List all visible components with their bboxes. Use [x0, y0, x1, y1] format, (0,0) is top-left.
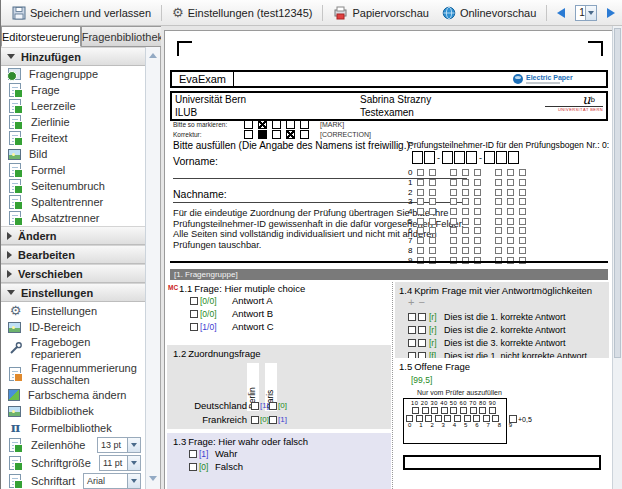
id-checkbox[interactable] — [462, 208, 469, 215]
id-checkbox[interactable] — [462, 227, 469, 234]
id-entry-box[interactable] — [454, 151, 465, 164]
kprim-false-checkbox[interactable] — [418, 326, 426, 334]
id-checkbox[interactable] — [417, 179, 424, 186]
id-checkbox[interactable] — [495, 198, 502, 205]
id-checkbox[interactable] — [429, 237, 436, 244]
id-checkbox[interactable] — [417, 247, 424, 254]
matching-checkbox[interactable] — [251, 402, 259, 410]
add-answer-icon[interactable]: + — [408, 296, 418, 308]
online-preview-button[interactable]: Onlinevorschau — [439, 4, 539, 22]
id-checkbox[interactable] — [450, 169, 457, 176]
sidebar-item[interactable]: Frage — [1, 82, 145, 98]
id-checkbox[interactable] — [429, 218, 436, 225]
id-checkbox[interactable] — [507, 179, 514, 186]
sidebar-item[interactable]: Spaltentrenner — [1, 194, 145, 210]
id-checkbox[interactable] — [495, 208, 502, 215]
id-checkbox[interactable] — [474, 169, 481, 176]
sidebar-item[interactable]: Fragennummerierung ausschalten — [1, 361, 145, 387]
grader-checkbox[interactable] — [492, 415, 499, 422]
grader-checkbox[interactable] — [435, 415, 442, 422]
sidebar-item[interactable]: ID-Bereich — [1, 319, 145, 335]
id-checkbox[interactable] — [507, 237, 514, 244]
id-checkbox[interactable] — [417, 189, 424, 196]
id-checkbox[interactable] — [417, 237, 424, 244]
id-checkbox[interactable] — [462, 189, 469, 196]
id-checkbox[interactable] — [462, 179, 469, 186]
section-header-einstellungen[interactable]: Einstellungen — [1, 283, 145, 302]
id-checkbox[interactable] — [417, 208, 424, 215]
id-checkbox[interactable] — [519, 208, 526, 215]
id-checkbox[interactable] — [495, 169, 502, 176]
scroll-down-icon[interactable] — [149, 476, 157, 481]
id-checkbox[interactable] — [474, 247, 481, 254]
grader-checkbox[interactable] — [460, 407, 467, 414]
sidebar-item[interactable]: Seitenumbruch — [1, 178, 145, 194]
id-checkbox[interactable] — [519, 247, 526, 254]
id-checkbox[interactable] — [507, 208, 514, 215]
id-checkbox[interactable] — [417, 169, 424, 176]
previous-page-button[interactable] — [554, 6, 568, 20]
matching-checkbox[interactable] — [269, 416, 277, 424]
remove-answer-icon[interactable]: − — [418, 296, 428, 308]
sidebar-item[interactable]: Fragengruppe — [1, 66, 145, 82]
id-checkbox[interactable] — [519, 227, 526, 234]
sidebar-item[interactable]: Formel — [1, 162, 145, 178]
id-checkbox[interactable] — [450, 189, 457, 196]
id-checkbox[interactable] — [429, 208, 436, 215]
id-checkbox[interactable] — [507, 227, 514, 234]
id-checkbox[interactable] — [462, 247, 469, 254]
save-and-exit-button[interactable]: Speichern und verlassen — [9, 4, 154, 22]
id-checkbox[interactable] — [519, 218, 526, 225]
sidebar-item[interactable]: Farbschema ändern — [1, 387, 145, 403]
open-answer-box[interactable] — [403, 455, 601, 470]
id-checkbox[interactable] — [474, 189, 481, 196]
id-checkbox[interactable] — [429, 247, 436, 254]
line-height-select[interactable]: 13 pt — [97, 437, 141, 453]
id-checkbox[interactable] — [474, 198, 481, 205]
id-checkbox[interactable] — [495, 247, 502, 254]
section-header-verschieben[interactable]: Verschieben — [1, 264, 145, 283]
id-checkbox[interactable] — [519, 237, 526, 244]
id-checkbox[interactable] — [474, 208, 481, 215]
id-checkbox[interactable] — [450, 198, 457, 205]
tab-fragenbibliothek[interactable]: Fragenbibliothek — [81, 26, 164, 47]
id-checkbox[interactable] — [462, 169, 469, 176]
id-checkbox[interactable] — [507, 169, 514, 176]
sidebar-item[interactable]: Bild — [1, 146, 145, 162]
bonus-checkbox[interactable] — [509, 415, 517, 423]
font-family-select[interactable]: Arial — [83, 473, 141, 489]
grader-checkbox[interactable] — [470, 407, 477, 414]
grader-checkbox[interactable] — [479, 407, 486, 414]
answer-checkbox[interactable] — [190, 323, 198, 331]
kprim-true-checkbox[interactable] — [408, 339, 416, 347]
page-select-arrow[interactable] — [585, 6, 596, 20]
sidebar-scrollbar[interactable] — [145, 47, 160, 489]
answer-checkbox[interactable] — [189, 463, 197, 471]
preview-scrollbar-thumb[interactable] — [614, 28, 621, 358]
grader-checkbox[interactable] — [441, 407, 448, 414]
grader-checkbox[interactable] — [489, 407, 496, 414]
sidebar-item[interactable]: Freitext — [1, 130, 145, 146]
answer-checkbox[interactable] — [190, 310, 198, 318]
id-checkbox[interactable] — [495, 218, 502, 225]
kprim-false-checkbox[interactable] — [418, 339, 426, 347]
section-header-aendern[interactable]: Ändern — [1, 226, 145, 245]
answer-checkbox[interactable] — [189, 450, 197, 458]
grader-checkbox[interactable] — [425, 415, 432, 422]
id-checkbox[interactable] — [495, 227, 502, 234]
tab-editorsteuerung[interactable]: Editorsteuerung — [1, 26, 81, 47]
grader-checkbox[interactable] — [450, 407, 457, 414]
id-checkbox[interactable] — [450, 247, 457, 254]
sidebar-item[interactable]: Fragebogen reparieren — [1, 335, 145, 361]
dropdown-arrow-icon[interactable] — [127, 474, 140, 488]
id-entry-box[interactable] — [424, 151, 435, 164]
id-entry-box[interactable] — [508, 151, 519, 164]
page-number-select[interactable]: 1 — [575, 5, 597, 21]
paper-preview-button[interactable]: Papiervorschau — [330, 4, 431, 22]
id-checkbox[interactable] — [450, 218, 457, 225]
next-page-button[interactable] — [604, 6, 618, 20]
grader-checkbox[interactable] — [422, 407, 429, 414]
id-checkbox[interactable] — [507, 189, 514, 196]
grader-checkbox[interactable] — [454, 415, 461, 422]
id-checkbox[interactable] — [519, 179, 526, 186]
